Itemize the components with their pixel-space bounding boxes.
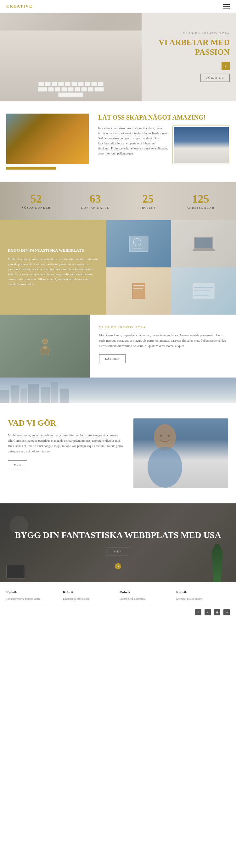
svg-point-29 (154, 424, 176, 451)
section-what: VAD VI GÖR Morbi eros lorem, imperdiet a… (0, 403, 236, 503)
stat-item-4: 125 ARBETSDAGAR (186, 193, 215, 209)
hamburger-line-2 (223, 6, 230, 7)
hamburger-line-3 (223, 8, 230, 8)
social-twitter[interactable]: t (205, 609, 211, 615)
hero2-play-button[interactable] (115, 563, 121, 569)
social-instagram[interactable]: ◉ (214, 609, 220, 615)
keyboard-visual (0, 31, 142, 101)
key (78, 82, 84, 86)
key (38, 82, 44, 86)
footer: Rubrik Примéр тексту футера сайта Rubrik… (0, 582, 236, 620)
key (91, 82, 97, 86)
svg-rect-9 (134, 287, 144, 287)
agency-text: Morbi eros lorem, imperdiet a dictum ac,… (99, 333, 227, 349)
footer-col-3: Rubrik Exempel på sidfotstext (120, 590, 173, 601)
keyboard-row-2 (14, 87, 127, 92)
key (94, 87, 104, 92)
laptop-icon (191, 235, 216, 253)
key (75, 87, 80, 92)
planner-icon (126, 282, 151, 301)
section-create: LÅT OSS SKAPA NÅGOT AMAZING! Fusce tinci… (0, 101, 236, 182)
footer-col-text-2: Exempel på sidfotstext (63, 596, 116, 601)
svg-point-32 (168, 435, 170, 437)
agency-image (0, 315, 90, 377)
hero2-title: BYGG DIN FANTASTISKA WEBBPLATS MED USA (15, 529, 221, 541)
svg-rect-8 (134, 285, 144, 286)
footer-col-4: Rubrik Exempel på sidfotstext (176, 590, 230, 601)
stat-label-4: ARBETSDAGAR (186, 206, 215, 209)
city-background (0, 377, 236, 403)
key (88, 87, 93, 92)
svg-rect-5 (195, 238, 212, 248)
svg-rect-22 (0, 390, 9, 403)
svg-rect-27 (51, 382, 58, 403)
social-facebook[interactable]: f (195, 609, 201, 615)
hero-content: VI ÄR EN KREATIV BYRÅ VI ARBETAR MED PAS… (130, 32, 230, 82)
what-image (134, 418, 229, 488)
footer-col-text-1: Примéр тексту футера сайта (6, 596, 60, 601)
key (68, 87, 73, 92)
hero-subtitle: VI ÄR EN KREATIV BYRÅ (130, 32, 230, 35)
hero2-section: BYGG DIN FANTASTISKA WEBBPLATS MED USA M… (0, 503, 236, 582)
pendant-icon (32, 330, 58, 362)
key (38, 87, 47, 92)
footer-col-title-4: Rubrik (176, 590, 230, 594)
what-more-button[interactable]: MER (8, 460, 27, 469)
stat-item-1: 52 NÖJDA KUNDER (21, 193, 51, 209)
svg-point-20 (43, 346, 47, 349)
key (52, 82, 57, 86)
key (61, 87, 67, 92)
svg-rect-12 (193, 283, 215, 299)
stat-number-3: 25 (140, 193, 156, 205)
social-linkedin[interactable]: in (224, 609, 230, 615)
hamburger-menu[interactable] (223, 4, 230, 8)
svg-point-18 (42, 339, 48, 344)
what-content: VAD VI GÖR Morbi eros lorem, imperdiet a… (8, 418, 124, 469)
what-text: Morbi eros lorem, imperdiet a dictum ac,… (8, 433, 124, 454)
footer-col-text-4: Exempel på sidfotstext (176, 596, 230, 601)
svg-rect-11 (134, 290, 144, 290)
create-accent-bar (6, 167, 56, 169)
stat-item-2: 63 KOPPAR KAFFE (81, 193, 109, 209)
hero-arrow-button[interactable]: › (222, 62, 230, 70)
keyboard-row-1 (14, 82, 127, 86)
footer-col-title-1: Rubrik (6, 590, 60, 594)
key (45, 82, 51, 86)
hero-section: VI ÄR EN KREATIV BYRÅ VI ARBETAR MED PAS… (0, 13, 236, 101)
stat-number-1: 52 (21, 193, 51, 205)
hero2-tablet-decor (6, 565, 25, 579)
person-photo (134, 418, 229, 488)
key (65, 82, 70, 86)
keyboard-rows (14, 82, 127, 98)
stat-label-2: KOPPAR KAFFE (81, 206, 109, 209)
section-build: Bygg din fantastiska webbplats Morbi ero… (0, 220, 236, 315)
footer-col-title-3: Rubrik (120, 590, 173, 594)
stat-number-2: 63 (81, 193, 109, 205)
create-image-2 (173, 126, 230, 164)
create-image-1 (6, 114, 89, 164)
svg-rect-25 (28, 384, 39, 403)
key (81, 87, 87, 92)
hamburger-line-1 (223, 4, 230, 5)
stat-label-3: PROJEKT (140, 206, 156, 209)
svg-rect-10 (134, 288, 143, 289)
section-agency: VI ÄR EN KREATIV BYRÅ Morbi eros lorem, … (0, 315, 236, 377)
create-body: Fusce tincidunt, risus quis tristique ti… (98, 126, 230, 164)
svg-rect-26 (41, 387, 50, 403)
build-image-1 (106, 220, 171, 268)
hero-cta-button[interactable]: BÖRJA NU (201, 74, 230, 82)
stat-item-3: 25 PROJEKT (140, 193, 156, 209)
key (71, 82, 77, 86)
hero-background-image (0, 13, 142, 101)
hero-title: VI ARBETAR MED PASSION (130, 37, 230, 57)
agency-read-more-button[interactable]: LÄS MER (99, 354, 125, 363)
stat-label-1: NÖJDA KUNDER (21, 206, 51, 209)
create-text: Fusce tincidunt, risus quis tristique ti… (98, 126, 168, 156)
spacebar-key (58, 92, 83, 97)
key (58, 82, 64, 86)
footer-bottom: f t ◉ in (6, 606, 230, 615)
hero2-cta-button[interactable]: MER (106, 547, 130, 556)
whiteboard-icon (191, 282, 216, 301)
agency-content: VI ÄR EN KREATIV BYRÅ Morbi eros lorem, … (90, 315, 236, 377)
build-title: Bygg din fantastiska webbplats (8, 248, 98, 253)
